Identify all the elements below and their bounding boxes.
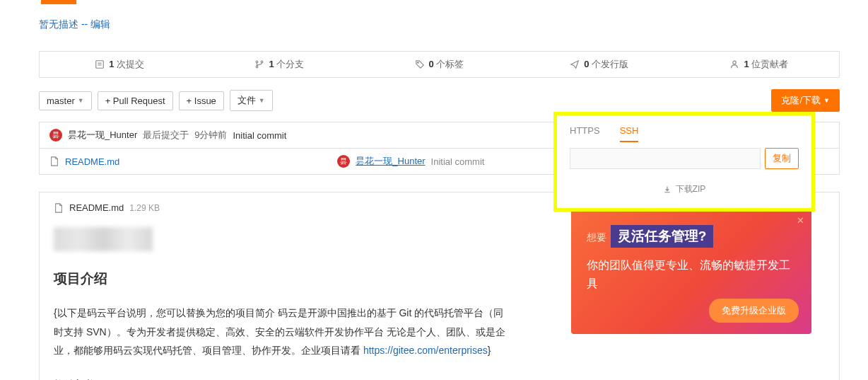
download-icon (663, 185, 671, 194)
user-icon (729, 59, 739, 69)
file-icon (54, 203, 64, 213)
promo-cta-button[interactable]: 免费升级企业版 (709, 299, 799, 323)
svg-point-6 (417, 62, 418, 64)
svg-point-5 (262, 61, 264, 63)
repo-stats-bar: 1 次提交 1 个分支 0 个标签 0 个发行版 1 位贡献者 (39, 51, 840, 78)
send-icon (570, 59, 580, 69)
issue-button[interactable]: + Issue (179, 91, 224, 110)
clone-url-input[interactable] (570, 148, 761, 169)
branch-selector[interactable]: master ▼ (39, 91, 92, 110)
description-row: 暂无描述 -- 编辑 (39, 18, 840, 31)
description-empty: 暂无描述 -- (39, 18, 90, 30)
repo-toolbar: master ▼ + Pull Request + Issue 文件 ▼ 克隆/… (39, 89, 840, 112)
stat-branches[interactable]: 1 个分支 (199, 58, 359, 71)
svg-rect-0 (96, 61, 104, 69)
promo-wanted: 想要 (587, 231, 606, 243)
commit-message[interactable]: Initial commit (233, 130, 286, 141)
file-author[interactable]: 昙花一现_Hunter (356, 155, 425, 168)
avatar: 昙 (337, 155, 350, 168)
promo-headline: 灵活任务管理? (611, 225, 714, 248)
svg-point-4 (257, 66, 259, 68)
commit-prefix: 最后提交于 (143, 129, 189, 142)
tab-ssh[interactable]: SSH (620, 125, 639, 142)
copy-button[interactable]: 复制 (765, 148, 799, 169)
promo-banner: ✕ 想要 灵活任务管理? 你的团队值得更专业、流畅的敏捷开发工具 免费升级企业版 (571, 209, 811, 334)
file-name[interactable]: README.md (65, 156, 119, 167)
description-edit-link[interactable]: 编辑 (90, 18, 110, 30)
blurred-image (54, 227, 153, 251)
stat-releases[interactable]: 0 个发行版 (520, 58, 679, 71)
clone-popup: HTTPS SSH 复制 下载ZIP (553, 112, 815, 212)
commit-author[interactable]: 昙花一现_Hunter (68, 129, 137, 142)
clone-download-button[interactable]: 克隆/下载 ▼ (771, 89, 840, 112)
stat-commits[interactable]: 1 次提交 (40, 58, 199, 71)
avatar: 昙 (49, 129, 62, 142)
download-zip-link[interactable]: 下载ZIP (570, 183, 799, 195)
readme-size: 1.29 KB (129, 203, 160, 213)
svg-point-7 (733, 61, 736, 64)
active-tab-indicator (41, 0, 76, 4)
readme-filename: README.md (69, 202, 124, 213)
file-icon (49, 156, 59, 166)
stat-tags[interactable]: 0 个标签 (359, 58, 519, 71)
files-dropdown[interactable]: 文件 ▼ (230, 90, 273, 111)
file-commit-msg: Initial commit (431, 156, 485, 167)
branch-icon (254, 59, 264, 69)
list-icon (95, 59, 105, 69)
pull-request-button[interactable]: + Pull Request (98, 91, 173, 110)
stat-contributors[interactable]: 1 位贡献者 (679, 58, 839, 71)
commit-time: 9分钟前 (194, 129, 227, 142)
svg-point-3 (257, 61, 259, 63)
enterprises-link[interactable]: https://gitee.com/enterprises (363, 345, 488, 356)
tab-https[interactable]: HTTPS (570, 125, 600, 142)
readme-body: {以下是码云平台说明，您可以替换为您的项目简介 码云是开源中国推出的基于 Git… (54, 304, 506, 360)
close-icon[interactable]: ✕ (797, 215, 804, 226)
tag-icon (415, 59, 425, 69)
promo-subtext: 你的团队值得更专业、流畅的敏捷开发工具 (587, 256, 796, 292)
